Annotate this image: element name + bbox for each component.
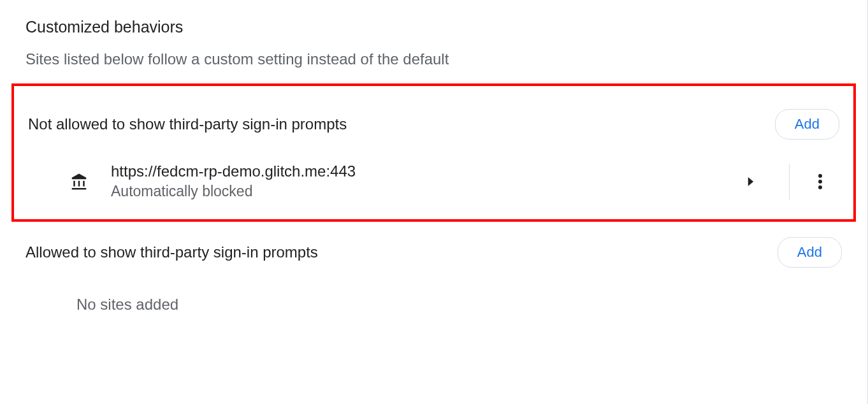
allowed-heading: Allowed to show third-party sign-in prom… bbox=[25, 243, 318, 261]
more-vert-icon bbox=[818, 174, 822, 189]
svg-point-1 bbox=[818, 180, 822, 184]
site-url: https://fedcm-rp-demo.glitch.me:443 bbox=[111, 162, 738, 180]
no-sites-message: No sites added bbox=[0, 268, 867, 314]
svg-point-0 bbox=[818, 174, 822, 178]
svg-point-2 bbox=[818, 185, 822, 189]
section-description: Sites listed below follow a custom setti… bbox=[0, 36, 867, 83]
blocked-heading: Not allowed to show third-party sign-in … bbox=[28, 115, 347, 133]
site-row[interactable]: https://fedcm-rp-demo.glitch.me:443 Auto… bbox=[14, 140, 853, 200]
site-status: Automatically blocked bbox=[111, 183, 738, 200]
institution-icon bbox=[66, 169, 92, 194]
more-actions-button[interactable] bbox=[807, 169, 833, 194]
vertical-divider bbox=[789, 164, 790, 199]
blocked-section-highlight: Not allowed to show third-party sign-in … bbox=[11, 83, 856, 222]
section-title: Customized behaviors bbox=[0, 0, 867, 36]
add-blocked-button[interactable]: Add bbox=[775, 109, 839, 140]
add-allowed-button[interactable]: Add bbox=[778, 237, 842, 268]
expand-arrow-icon[interactable] bbox=[738, 169, 763, 194]
